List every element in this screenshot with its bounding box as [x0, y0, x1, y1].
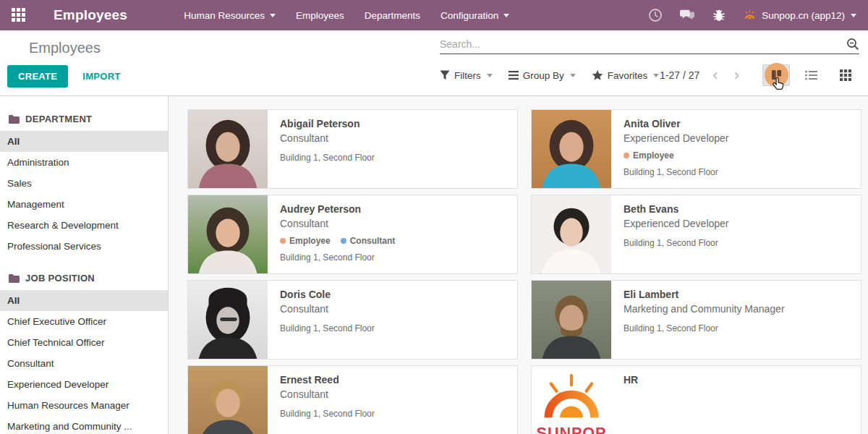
list-view-button[interactable] [797, 64, 825, 86]
chevron-down-icon [503, 14, 509, 17]
kanban-view-button[interactable] [762, 64, 790, 86]
employee-card[interactable]: Beth Evans Experienced Developer Buildin… [531, 195, 861, 274]
employee-location: Building 1, Second Floor [624, 167, 729, 177]
employee-photo [188, 366, 268, 434]
tag-dot [341, 238, 346, 244]
tag-dot [624, 153, 629, 158]
employee-job: Consultant [280, 303, 375, 315]
menu-label: Human Resources [184, 10, 265, 21]
employee-location: Building 1, Second Floor [280, 153, 375, 163]
tag-label: Consultant [350, 236, 396, 246]
employee-location: Building 1, Second Floor [280, 409, 375, 419]
search-input[interactable] [440, 38, 846, 50]
department-section: DEPARTMENT All Administration Sales Mana… [0, 114, 168, 257]
job-item-all[interactable]: All [0, 290, 168, 311]
group-by-button[interactable]: Group By [509, 70, 576, 81]
job-item[interactable]: Consultant [0, 353, 168, 374]
view-switcher [762, 64, 859, 86]
job-item[interactable]: Chief Technical Officer [0, 332, 168, 353]
employee-location: Building 1, Second Floor [280, 252, 395, 263]
employee-photo [532, 110, 611, 188]
job-item[interactable]: Experienced Developer [0, 374, 168, 395]
employee-photo [188, 195, 268, 273]
user-menu[interactable]: Sunpop.cn (app12) [744, 10, 856, 21]
debug-bug-icon[interactable] [712, 8, 726, 22]
department-item-all[interactable]: All [0, 131, 168, 152]
employee-job: Experienced Developer [624, 218, 729, 229]
section-title: JOB POSITION [25, 273, 95, 284]
tag-employee[interactable]: Employee [624, 150, 674, 161]
department-item[interactable]: Professional Services [0, 236, 168, 257]
pager-range: 1-27 / 27 [660, 69, 699, 81]
employee-card[interactable]: SUNPOP HR [531, 365, 861, 434]
job-item[interactable]: Chief Executive Officer [0, 311, 168, 332]
job-position-section: JOB POSITION All Chief Executive Officer… [0, 273, 168, 434]
employee-name[interactable]: Audrey Peterson [280, 203, 395, 215]
search-icon[interactable] [846, 38, 859, 51]
grid-view-button[interactable] [832, 64, 859, 86]
employee-name[interactable]: Ernest Reed [280, 374, 375, 386]
menu-label: Employees [296, 10, 344, 21]
employee-name[interactable]: Anita Oliver [624, 118, 729, 129]
mouse-cursor-icon [772, 77, 786, 92]
employee-name[interactable]: Beth Evans [624, 203, 729, 215]
department-item[interactable]: Research & Development [0, 215, 168, 236]
tag-consultant[interactable]: Consultant [341, 236, 396, 246]
search-bar [440, 38, 859, 54]
menu-departments[interactable]: Departments [365, 10, 420, 21]
job-item[interactable]: Marketing and Community ... [0, 416, 168, 434]
create-button[interactable]: CREATE [7, 65, 68, 88]
department-item[interactable]: Sales [0, 173, 168, 194]
chevron-down-icon [487, 74, 493, 77]
employee-photo [188, 110, 268, 188]
tag-label: Employee [289, 236, 331, 246]
pager-previous-button[interactable]: ‹ [710, 67, 720, 83]
messages-chat-icon[interactable] [680, 8, 694, 22]
tag-dot [280, 238, 286, 244]
favorites-button[interactable]: Favorites [592, 70, 660, 81]
import-button[interactable]: IMPORT [82, 71, 120, 82]
folder-icon [9, 115, 20, 124]
employee-card[interactable]: Ernest Reed Consultant Building 1, Secon… [187, 365, 518, 434]
tag-label: Employee [633, 150, 674, 161]
control-panel: Employees CREATE IMPORT Filters [0, 30, 868, 96]
employee-name[interactable]: Abigail Peterson [280, 118, 375, 129]
department-header: DEPARTMENT [0, 114, 168, 124]
apps-menu-icon[interactable] [12, 8, 26, 22]
filters-button[interactable]: Filters [440, 70, 493, 81]
menu-human-resources[interactable]: Human Resources [184, 10, 276, 21]
favorites-label: Favorites [608, 70, 648, 81]
filter-funnel-icon [440, 70, 450, 80]
menu-configuration[interactable]: Configuration [441, 10, 509, 21]
breadcrumb[interactable]: Employees [0, 40, 434, 56]
employee-card[interactable]: Audrey Peterson Consultant Employee Cons… [187, 195, 518, 274]
employee-name[interactable]: HR [624, 374, 638, 386]
employee-photo [532, 195, 611, 273]
activities-clock-icon[interactable] [648, 8, 663, 22]
section-title: DEPARTMENT [25, 114, 92, 124]
pager-next-button[interactable]: › [731, 67, 742, 83]
employee-card[interactable]: Doris Cole Consultant Building 1, Second… [187, 280, 518, 359]
top-navbar: Employees Human Resources Employees Depa… [0, 0, 868, 30]
menu-employees[interactable]: Employees [296, 10, 344, 21]
employee-job: Consultant [280, 218, 395, 229]
kanban-view: Abigail Peterson Consultant Building 1, … [169, 96, 868, 434]
employee-name[interactable]: Doris Cole [280, 289, 375, 300]
employee-card[interactable]: Abigail Peterson Consultant Building 1, … [187, 109, 518, 189]
filters-label: Filters [454, 70, 481, 81]
department-item[interactable]: Management [0, 194, 168, 215]
employee-card[interactable]: Anita Oliver Experienced Developer Emplo… [531, 109, 861, 189]
employee-job: Experienced Developer [624, 132, 729, 144]
employee-job: Consultant [280, 132, 375, 144]
employee-location: Building 1, Second Floor [624, 238, 729, 248]
employee-name[interactable]: Eli Lambert [624, 289, 785, 300]
star-icon [592, 70, 603, 81]
department-item[interactable]: Administration [0, 152, 168, 173]
chevron-down-icon [270, 14, 276, 17]
employee-card[interactable]: Eli Lambert Marketing and Community Mana… [531, 280, 861, 359]
job-item[interactable]: Human Resources Manager [0, 395, 168, 416]
group-by-icon [509, 71, 519, 80]
chevron-down-icon [653, 74, 659, 77]
tag-employee[interactable]: Employee [280, 236, 331, 246]
job-position-header: JOB POSITION [0, 273, 168, 284]
